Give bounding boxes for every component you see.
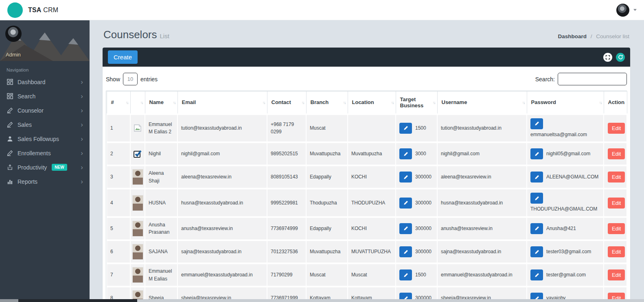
username-cell: tution@texasstudyabroad.in [437, 114, 527, 143]
main-content: CounselorsList Dashboard / Counselor lis… [90, 20, 644, 302]
sidebar-item-sales-followups[interactable]: Sales Followups › [0, 132, 90, 146]
contact-cell: 9995229981 [267, 189, 306, 217]
edit-target-button[interactable] [399, 148, 412, 159]
email-cell: aleena@texasreview.in [177, 165, 267, 189]
counselor-email: aleena@texasreview.in [181, 174, 232, 180]
counselor-name: Emmanuel M Ealias [149, 268, 172, 282]
sidebar-item-productivity[interactable]: Productivity NEW › [0, 160, 90, 174]
edit-row-button[interactable]: Edit [608, 246, 625, 257]
edit-row-button[interactable]: Edit [608, 223, 625, 234]
action-cell: Edit [604, 114, 627, 143]
sort-icon: ↑↓ [522, 100, 525, 104]
search-input[interactable] [558, 73, 627, 85]
sidebar-item-enrollements[interactable]: Enrollements › [0, 146, 90, 160]
counselor-photo [132, 244, 143, 260]
counselor-username: husna@texasstudyabroad.in [441, 200, 503, 206]
scrollbar-thumb[interactable] [18, 299, 137, 302]
edit-target-button[interactable] [399, 223, 412, 234]
counselor-photo [132, 221, 143, 237]
admin-avatar[interactable] [5, 26, 22, 42]
chevron-right-icon: › [81, 180, 83, 184]
new-badge: NEW [52, 164, 67, 171]
edit-password-button[interactable] [530, 148, 543, 159]
fullscreen-icon[interactable] [603, 53, 612, 62]
horizontal-scrollbar[interactable] [0, 299, 644, 302]
counselor-contact: +968 7179 0299 [271, 122, 294, 135]
chevron-right-icon: › [81, 80, 83, 84]
sort-icon: ↑↓ [263, 100, 265, 104]
column-header[interactable]: Password ↑↓ [527, 91, 604, 114]
column-header[interactable]: Action ↑↓ [604, 91, 627, 114]
sidebar-item-search[interactable]: Search › [0, 89, 90, 103]
edit-password-button[interactable] [530, 118, 543, 129]
column-header[interactable]: Name ↑↓ [145, 91, 177, 114]
counselor-name: Anusha Prasanan [149, 222, 169, 235]
pencil-icon [7, 121, 13, 128]
sidebar-item-label: Sales [18, 122, 32, 128]
column-header[interactable]: ↑↓ [130, 91, 145, 114]
edit-row-button[interactable]: Edit [608, 172, 625, 183]
target-business-value: 1500 [415, 271, 426, 279]
edit-target-button[interactable] [399, 123, 412, 134]
counselor-username: tution@texasstudyabroad.in [441, 125, 502, 131]
location-cell: KOCHI [348, 165, 396, 189]
column-header[interactable]: Location ↑↓ [348, 91, 396, 114]
chevron-down-icon[interactable] [633, 9, 637, 11]
sidebar-item-dashboard[interactable]: Dashboard › [0, 75, 90, 89]
column-header[interactable]: Username ↑↓ [437, 91, 527, 114]
user-avatar[interactable] [616, 4, 629, 17]
column-header[interactable]: Email ↑↓ [177, 91, 267, 114]
password-cell: tester03@gmail.com [527, 240, 604, 263]
edit-target-button[interactable] [399, 246, 412, 257]
column-header[interactable]: Target Business ↑↓ [396, 91, 437, 114]
counselor-photo [132, 169, 143, 185]
sidebar-item-sales[interactable]: Sales › [0, 117, 90, 132]
row-index: 2 [110, 151, 113, 156]
counselor-avatar [134, 125, 142, 130]
password-cell: emmanueltsa@gmail.com [527, 114, 604, 143]
sidebar-item-counselor[interactable]: Counselor › [0, 103, 90, 117]
chevron-right-icon: › [81, 151, 83, 155]
counselor-contact: 9895202515 [271, 151, 298, 156]
breadcrumb-dashboard[interactable]: Dashboard [558, 33, 587, 39]
table-row: 5 Anusha Prasanan anusha@texasreview.in … [107, 217, 627, 240]
edit-row-button[interactable]: Edit [608, 269, 625, 280]
column-header[interactable]: Contact ↑↓ [267, 91, 306, 114]
refresh-icon[interactable] [616, 53, 625, 62]
edit-password-button[interactable] [530, 172, 543, 183]
counselor-contact: 7012327536 [271, 249, 298, 254]
column-label: Username [442, 99, 467, 105]
branch-cell: Edappally [306, 217, 348, 240]
index-cell: 4 [107, 189, 130, 217]
chevron-right-icon: › [81, 165, 83, 169]
edit-password-button[interactable] [530, 193, 543, 204]
target-business-value: 300000 [415, 225, 432, 232]
email-cell: nighil@gmail.com [177, 142, 267, 165]
name-cell: Anusha Prasanan [145, 217, 177, 240]
table-body: 1 Emmanuel M Ealias 2 tution@texasstudya… [107, 114, 627, 302]
column-header[interactable]: # ↑↓ [107, 91, 130, 114]
edit-row-button[interactable]: Edit [608, 198, 625, 209]
table-controls: Show entries Search: [106, 67, 627, 91]
edit-target-button[interactable] [399, 172, 412, 183]
sidebar-item-reports[interactable]: Reports › [0, 174, 90, 189]
edit-password-button[interactable] [530, 223, 543, 234]
edit-row-button[interactable]: Edit [608, 148, 625, 159]
counselor-avatar [132, 226, 143, 231]
location-cell: THODUPUZHA [348, 189, 396, 217]
counselor-location: KOCHI [351, 226, 367, 231]
brand-logo-icon[interactable] [7, 2, 23, 18]
edit-target-button[interactable] [399, 269, 412, 280]
column-header[interactable]: Branch ↑↓ [306, 91, 348, 114]
index-cell: 5 [107, 217, 130, 240]
nav-section-label: Navigation [0, 61, 90, 75]
edit-target-button[interactable] [399, 198, 412, 209]
counselor-avatar [132, 272, 143, 278]
create-button[interactable]: Create [108, 50, 138, 64]
entries-count-input[interactable] [123, 73, 138, 85]
edit-password-button[interactable] [530, 246, 543, 257]
edit-password-button[interactable] [530, 269, 543, 280]
branch-cell: Edappally [306, 165, 348, 189]
target-business-value: 3000 [415, 150, 426, 158]
edit-row-button[interactable]: Edit [608, 123, 625, 134]
